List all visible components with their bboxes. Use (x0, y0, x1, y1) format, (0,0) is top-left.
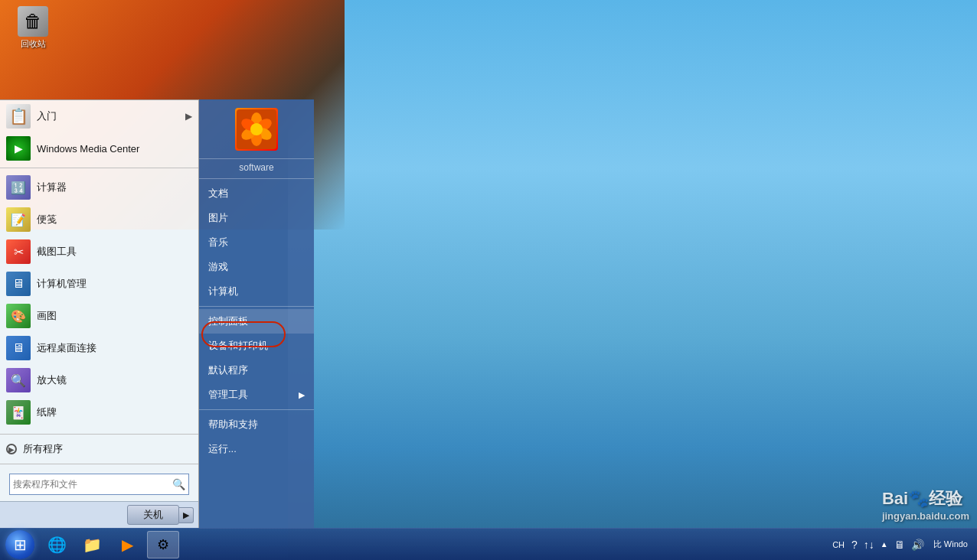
search-icon[interactable]: 🔍 (172, 478, 185, 490)
compmgmt-icon: 🖥 (6, 272, 31, 296)
start-button[interactable]: ⊞ (0, 529, 40, 561)
menu-item-snipping[interactable]: ✂ 截图工具 (0, 236, 198, 268)
shutdown-arrow-button[interactable]: ▶ (179, 507, 194, 523)
software-flower-icon (235, 108, 278, 151)
arrow-up-icon[interactable]: ▲ (879, 540, 890, 549)
speaker-tray-icon[interactable]: 🔊 (910, 539, 926, 551)
getting-started-arrow: ▶ (185, 111, 192, 122)
solitaire-label: 纸牌 (37, 405, 57, 419)
shutdown-bar: 关机 ▶ (0, 501, 198, 528)
right-divider-1 (199, 178, 314, 179)
start-orb: ⊞ (5, 530, 34, 559)
taskbar-explorer-button[interactable]: 📁 (77, 531, 107, 558)
right-item-computer[interactable]: 计算机 (199, 279, 314, 304)
getting-started-icon: 📋 (6, 104, 31, 129)
menu-item-wmc[interactable]: ▶ Windows Media Center (0, 132, 198, 164)
media-player-icon: ▶ (118, 536, 136, 554)
right-item-pictures[interactable]: 图片 (199, 206, 314, 230)
solitaire-icon: 🃏 (6, 400, 31, 425)
admin-tools-label: 管理工具 (208, 388, 248, 402)
wmc-label: Windows Media Center (37, 143, 139, 155)
baidu-url: jingyan.baidu.com (882, 510, 969, 522)
software-icon-area (199, 100, 314, 159)
menu-item-paint[interactable]: 🎨 画图 (0, 300, 198, 332)
all-programs-item[interactable]: ▶ 所有程序 (0, 438, 198, 461)
taskbar-media-player-button[interactable]: ▶ (112, 531, 142, 558)
right-item-control-panel[interactable]: 控制面板 (199, 309, 314, 334)
magnify-icon: 🔍 (6, 368, 31, 392)
menu-item-notepad[interactable]: 📝 便笺 (0, 203, 198, 236)
right-divider-2 (199, 306, 314, 307)
taskbar-ie-button[interactable]: 🌐 (41, 531, 72, 558)
svg-point-7 (250, 123, 263, 135)
snipping-icon: ✂ (6, 239, 31, 264)
menu-item-calc[interactable]: 🔢 计算器 (0, 171, 198, 203)
menu-divider-1 (0, 168, 198, 168)
snipping-label: 截图工具 (37, 245, 77, 259)
compmgmt-label: 计算机管理 (37, 277, 87, 291)
help-tray-icon[interactable]: ? (850, 539, 859, 551)
right-item-devices[interactable]: 设备和打印机 (199, 334, 314, 358)
paint-label: 画图 (37, 309, 57, 323)
baidu-brand: Bai🐾经验 (882, 487, 969, 510)
rdp-icon: 🖥 (6, 336, 31, 360)
menu-divider-3 (0, 464, 198, 464)
taskbar-pinned: 🌐 📁 ▶ ⚙ (40, 531, 181, 558)
language-indicator[interactable]: CH (830, 540, 847, 549)
system-tray: CH ? ↑↓ ▲ 🖥 🔊 比 Windo (830, 539, 977, 551)
magnify-label: 放大镜 (37, 373, 67, 387)
notepad-label: 便笺 (37, 213, 57, 226)
right-item-games[interactable]: 游戏 (199, 255, 314, 279)
right-item-documents[interactable]: 文档 (199, 181, 314, 206)
recycle-bin-icon[interactable]: 🗑 回收站 (6, 6, 60, 50)
menu-item-compmgmt[interactable]: 🖥 计算机管理 (0, 268, 198, 300)
search-input[interactable] (13, 479, 172, 490)
calc-label: 计算器 (37, 181, 67, 194)
recycle-bin-label: 回收站 (21, 38, 46, 50)
start-menu-left: 📋 入门 ▶ ▶ Windows Media Center 🔢 计算器 📝 便笺 (0, 99, 199, 528)
wmc-icon: ▶ (6, 136, 31, 161)
getting-started-label: 入门 (37, 109, 57, 123)
control-panel-icon: ⚙ (154, 536, 172, 554)
explorer-icon: 📁 (83, 536, 101, 554)
menu-item-magnify[interactable]: 🔍 放大镜 (0, 364, 198, 396)
calc-icon: 🔢 (6, 175, 31, 200)
display-tray-icon[interactable]: 🖥 (893, 539, 907, 551)
notepad-icon: 📝 (6, 207, 31, 232)
menu-item-getting-started[interactable]: 📋 入门 ▶ (0, 100, 198, 132)
ie-icon: 🌐 (47, 536, 66, 554)
right-item-default-programs[interactable]: 默认程序 (199, 358, 314, 383)
software-label: software (199, 159, 314, 176)
menu-item-rdp[interactable]: 🖥 远程桌面连接 (0, 332, 198, 364)
taskbar-control-panel-button[interactable]: ⚙ (147, 531, 179, 558)
network-tray-icon[interactable]: ↑↓ (862, 539, 876, 551)
all-programs-label: 所有程序 (23, 442, 63, 456)
start-menu-right: software 文档 图片 音乐 游戏 计算机 控制面板 设备和打印机 默认程… (199, 99, 314, 528)
desktop: 🗑 回收站 📋 入门 ▶ ▶ Windows Media Center 🔢 计算… (0, 0, 977, 560)
shutdown-button[interactable]: 关机 (127, 505, 179, 525)
right-item-help[interactable]: 帮助和支持 (199, 412, 314, 437)
menu-divider-2 (0, 434, 198, 435)
right-item-run[interactable]: 运行... (199, 437, 314, 461)
right-divider-3 (199, 409, 314, 410)
menu-item-solitaire[interactable]: 🃏 纸牌 (0, 396, 198, 428)
rdp-label: 远程桌面连接 (37, 341, 96, 355)
search-box[interactable]: 🔍 (9, 474, 189, 495)
windows-logo-icon: ⊞ (14, 536, 27, 554)
admin-tools-arrow-icon: ▶ (299, 390, 305, 400)
right-item-admin-tools[interactable]: 管理工具 ▶ (199, 383, 314, 407)
clock[interactable]: 比 Windo (929, 539, 972, 550)
right-item-music[interactable]: 音乐 (199, 230, 314, 255)
paint-icon: 🎨 (6, 304, 31, 328)
desktop-bg-sky (288, 0, 977, 560)
clock-time: 比 Windo (933, 539, 968, 550)
baidu-watermark: Bai🐾经验 jingyan.baidu.com (882, 487, 969, 522)
all-programs-arrow-icon: ▶ (6, 444, 17, 454)
taskbar: ⊞ 🌐 📁 ▶ ⚙ CH ? ↑↓ ▲ 🖥 🔊 比 Wi (0, 528, 977, 560)
recycle-bin-image: 🗑 (18, 6, 48, 37)
start-menu: 📋 入门 ▶ ▶ Windows Media Center 🔢 计算器 📝 便笺 (0, 99, 314, 528)
